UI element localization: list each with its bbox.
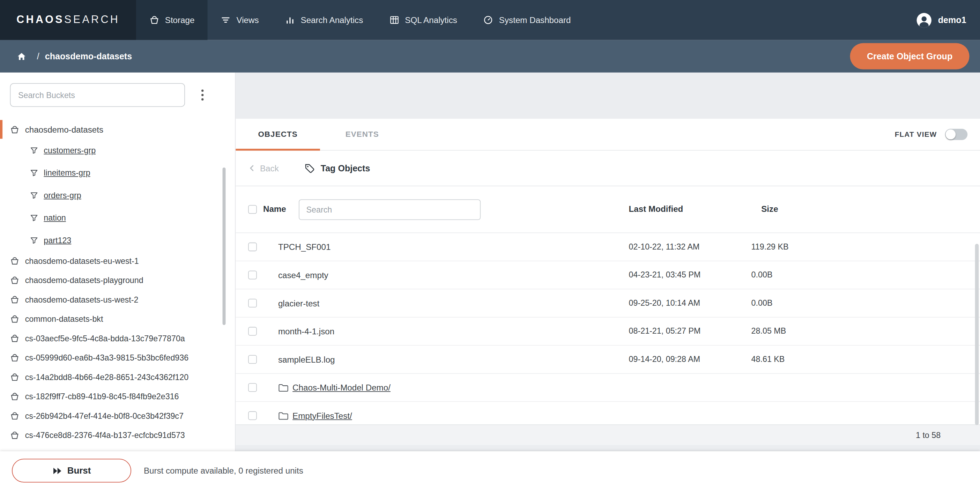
- nav-tab-label: SQL Analytics: [405, 15, 457, 25]
- user-menu[interactable]: demo1: [915, 0, 980, 40]
- bucket-icon: [10, 431, 19, 440]
- bucket-name: chaosdemo-datasets-playground: [25, 276, 143, 285]
- bucket-item[interactable]: cs-182f9ff7-cb89-41b9-8c45-f84fb9e2e316: [0, 387, 235, 407]
- back-button[interactable]: Back: [247, 163, 279, 173]
- bucket-item[interactable]: cs-476ce8d8-2376-4f4a-b137-ecfcbc91d573: [0, 426, 235, 445]
- tab-label: OBJECTS: [258, 130, 298, 138]
- object-group-link[interactable]: part123: [44, 235, 71, 245]
- create-object-group-button[interactable]: Create Object Group: [850, 43, 969, 70]
- folder-icon: [278, 383, 289, 392]
- object-search-input[interactable]: [299, 199, 480, 220]
- search-buckets-input[interactable]: [10, 83, 185, 107]
- object-group-item[interactable]: part123: [0, 229, 235, 251]
- object-group-item[interactable]: customers-grp: [0, 139, 235, 161]
- bucket-item[interactable]: cs-05999d60-ea6b-43a3-9815-5b3bc6fed936: [0, 348, 235, 368]
- bucket-list: chaosdemo-datasets-eu-west-1 chaosdemo-d…: [0, 251, 235, 445]
- object-group-link[interactable]: lineitems-grp: [44, 168, 90, 177]
- pagination-range: 1 to 58: [916, 431, 940, 440]
- bucket-icon: [10, 353, 19, 363]
- primary-nav: Storage Views Search Analytics SQL Analy…: [136, 0, 584, 40]
- table-row: case4_empty 04-23-21, 03:45 PM 0.00B: [235, 261, 980, 290]
- row-checkbox[interactable]: [248, 327, 257, 336]
- row-checkbox[interactable]: [248, 383, 257, 392]
- filter-icon: [30, 191, 38, 199]
- bucket-icon: [10, 372, 19, 382]
- object-group-link[interactable]: customers-grp: [44, 145, 95, 154]
- objects-panel: OBJECTS EVENTS FLAT VIEW Back Tag Object…: [235, 119, 980, 445]
- bucket-item[interactable]: chaosdemo-datasets-playground: [0, 270, 235, 290]
- row-name-cell: glacier-test: [278, 290, 319, 317]
- views-icon: [221, 15, 231, 25]
- nav-tab-label: Search Analytics: [301, 15, 363, 25]
- nav-tab-label: Views: [236, 15, 259, 25]
- table-body: TPCH_SF001 02-10-22, 11:32 AM 119.29 KB …: [235, 233, 980, 430]
- object-group-item[interactable]: nation: [0, 206, 235, 229]
- vertical-scrollbar[interactable]: [975, 243, 979, 425]
- tab-objects[interactable]: OBJECTS: [235, 119, 320, 150]
- bucket-item[interactable]: cs-03aecf5e-9fc5-4c8a-bdda-13c79e77870a: [0, 329, 235, 348]
- row-name-cell: case4_empty: [278, 261, 328, 289]
- row-size: 48.61 KB: [751, 345, 785, 373]
- bucket-name: cs-182f9ff7-cb89-41b9-8c45-f84fb9e2e316: [25, 392, 179, 401]
- nav-tab-label: Storage: [165, 15, 195, 25]
- burst-status-text: Burst compute available, 0 registered un…: [144, 466, 303, 475]
- bucket-item[interactable]: cs-14a2bdd8-4b66-4e28-8651-243c4362f120: [0, 368, 235, 387]
- tab-events[interactable]: EVENTS: [320, 119, 404, 150]
- storage-bucket-icon: [150, 15, 159, 25]
- object-group-item[interactable]: lineitems-grp: [0, 161, 235, 184]
- kebab-menu-icon[interactable]: [199, 87, 206, 103]
- row-checkbox[interactable]: [248, 411, 257, 420]
- tab-label: EVENTS: [345, 130, 379, 138]
- bucket-item[interactable]: chaosdemo-datasets-us-west-2: [0, 290, 235, 310]
- row-name-cell: Chaos-Multi-Model Demo/: [278, 374, 391, 401]
- flat-view-toggle[interactable]: [945, 129, 967, 140]
- row-checkbox[interactable]: [248, 355, 257, 364]
- sidebar-scrollbar[interactable]: [223, 167, 226, 325]
- nav-tab-sql-analytics[interactable]: SQL Analytics: [376, 0, 471, 40]
- kebab-dots: [201, 89, 204, 100]
- bucket-name: common-datasets-bkt: [25, 315, 103, 324]
- row-checkbox[interactable]: [248, 243, 257, 251]
- bucket-icon: [10, 334, 19, 343]
- burst-label: Burst: [67, 466, 91, 476]
- bucket-item[interactable]: chaosdemo-datasets-eu-west-1: [0, 251, 235, 271]
- bucket-item[interactable]: common-datasets-bkt: [0, 309, 235, 329]
- sidebar-search-row: [0, 73, 235, 107]
- nav-tab-storage[interactable]: Storage: [136, 0, 208, 40]
- row-checkbox[interactable]: [248, 299, 257, 307]
- chevron-left-icon: [247, 164, 256, 172]
- bucket-name: cs-03aecf5e-9fc5-4c8a-bdda-13c79e77870a: [25, 334, 185, 343]
- bucket-name: cs-26b942b4-47ef-414e-b0f8-0ce3b42f39c7: [25, 411, 184, 420]
- bucket-item[interactable]: cs-26b942b4-47ef-414e-b0f8-0ce3b42f39c7: [0, 406, 235, 426]
- nav-tab-system-dashboard[interactable]: System Dashboard: [470, 0, 584, 40]
- folder-link[interactable]: Chaos-Multi-Model Demo/: [293, 383, 391, 392]
- folder-link[interactable]: EmptyFilesTest/: [293, 411, 352, 420]
- burst-button[interactable]: Burst: [12, 458, 131, 482]
- home-icon[interactable]: [17, 52, 26, 61]
- breadcrumb-bar: / chaosdemo-datasets Create Object Group: [0, 40, 980, 73]
- select-all-checkbox[interactable]: [248, 205, 257, 213]
- flat-view-control: FLAT VIEW: [895, 119, 967, 150]
- tag-objects-button[interactable]: Tag Objects: [304, 163, 370, 173]
- object-group-item[interactable]: orders-grp: [0, 184, 235, 206]
- nav-tab-search-analytics[interactable]: Search Analytics: [272, 0, 376, 40]
- bucket-item-selected[interactable]: chaosdemo-datasets: [0, 120, 235, 139]
- bottom-bar: Burst Burst compute available, 0 registe…: [0, 451, 980, 490]
- table-row: TPCH_SF001 02-10-22, 11:32 AM 119.29 KB: [235, 233, 980, 261]
- filter-icon: [30, 169, 38, 177]
- nav-tab-views[interactable]: Views: [208, 0, 272, 40]
- table-row: month-4-1.json 08-21-21, 05:27 PM 28.05 …: [235, 318, 980, 346]
- panel-tabs: OBJECTS EVENTS FLAT VIEW: [235, 119, 980, 150]
- home-glyph: [17, 52, 26, 61]
- object-name: glacier-test: [278, 298, 319, 308]
- object-group-link[interactable]: nation: [44, 213, 65, 222]
- chaossearch-logo[interactable]: CHAOSSEARCH: [0, 0, 136, 40]
- objects-toolbar: Back Tag Objects: [235, 151, 980, 186]
- object-group-link[interactable]: orders-grp: [44, 190, 81, 200]
- bucket-icon: [10, 411, 19, 420]
- bucket-name: chaosdemo-datasets-us-west-2: [25, 295, 138, 304]
- table-row: Chaos-Multi-Model Demo/: [235, 374, 980, 402]
- row-checkbox[interactable]: [248, 270, 257, 279]
- flat-view-label: FLAT VIEW: [895, 130, 937, 138]
- bucket-icon: [10, 125, 19, 134]
